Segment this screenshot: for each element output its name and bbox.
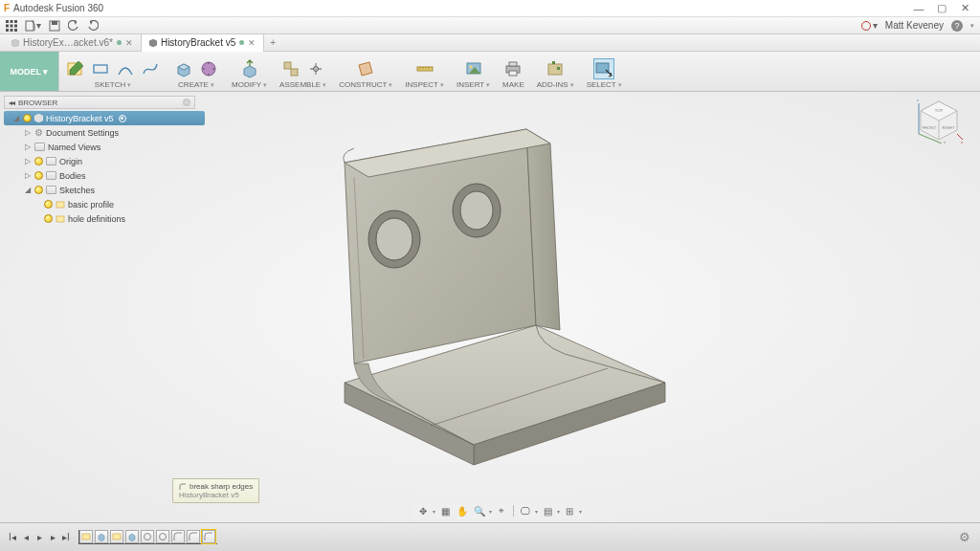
addins-icon[interactable] [545, 58, 566, 79]
timeline-step[interactable] [79, 530, 93, 543]
zoom-icon[interactable]: 🔍 [472, 504, 487, 518]
browser-radio-icon[interactable] [183, 99, 190, 106]
workspace-model-button[interactable]: MODEL ▾ [0, 52, 59, 91]
tree-item-bodies[interactable]: ▷ Bodies [4, 168, 205, 183]
joint-icon[interactable] [305, 58, 326, 79]
ribbon: MODEL ▾ SKETCH CREATE MODIFY ASSEMBLE [0, 52, 980, 92]
timeline-step[interactable] [187, 530, 200, 543]
rectangle-icon[interactable] [90, 58, 111, 79]
tree-label: Bodies [59, 171, 86, 181]
tree-root[interactable]: ◢ HistoryBracket v5 [4, 111, 205, 125]
press-pull-icon[interactable] [239, 58, 260, 79]
bulb-icon[interactable] [34, 157, 43, 165]
settings-icon[interactable]: ⚙ [959, 530, 970, 544]
group-label[interactable]: MAKE [502, 79, 524, 91]
print-icon[interactable] [502, 58, 523, 79]
tree-item-doc-settings[interactable]: ▷ ⚙ Document Settings [4, 125, 205, 140]
browser-header[interactable]: ◂◂ BROWSER [4, 96, 195, 109]
save-icon[interactable] [49, 20, 60, 32]
close-icon[interactable]: ✕ [125, 38, 133, 48]
tab-history-ex[interactable]: HistoryEx…acket.v6* ✕ [4, 34, 142, 52]
timeline-step[interactable] [141, 530, 154, 543]
record-icon[interactable]: ▾ [861, 20, 878, 31]
timeline-step[interactable] [95, 530, 108, 543]
fit-icon[interactable]: ⌖ [494, 504, 509, 518]
fillet-icon [179, 483, 187, 491]
minimize-button[interactable]: — [907, 3, 930, 14]
apps-icon[interactable] [6, 20, 17, 32]
bulb-icon[interactable] [44, 200, 53, 209]
group-label[interactable]: INSERT [457, 79, 490, 91]
redo-icon[interactable] [87, 20, 99, 32]
group-label[interactable]: INSPECT [405, 79, 444, 91]
maximize-button[interactable]: ▢ [930, 2, 953, 14]
timeline-end-button[interactable]: ▸I [59, 532, 73, 542]
tree-item-basic-profile[interactable]: basic profile [4, 197, 205, 211]
spline-icon[interactable] [140, 58, 161, 79]
plane-icon[interactable] [355, 58, 376, 79]
timeline-fwd-button[interactable]: ▸ [46, 532, 59, 542]
look-icon[interactable]: ▦ [437, 504, 453, 518]
group-label[interactable]: CREATE [178, 79, 214, 91]
tree-item-origin[interactable]: ▷ Origin [4, 154, 205, 168]
new-sketch-icon[interactable] [65, 58, 86, 79]
viewports-icon[interactable]: ⊞ [562, 504, 577, 518]
pan-icon[interactable]: ✋ [455, 504, 470, 518]
radio-icon[interactable] [119, 115, 126, 122]
expand-icon[interactable]: ▷ [25, 171, 32, 180]
bulb-icon[interactable] [34, 171, 43, 180]
tab-history-bracket[interactable]: HistoryBracket v5 ✕ [142, 34, 264, 52]
bulb-icon[interactable] [23, 114, 32, 122]
select-icon[interactable] [593, 58, 614, 79]
file-icon[interactable]: ▾ [25, 20, 41, 32]
display-icon[interactable]: 🖵 [518, 504, 533, 518]
expand-icon[interactable]: ▷ [25, 128, 32, 137]
arc-icon[interactable] [115, 58, 136, 79]
timeline-step[interactable] [171, 530, 185, 543]
close-button[interactable]: ✕ [953, 2, 976, 14]
extrude-icon[interactable] [173, 58, 194, 79]
user-name[interactable]: Matt Keveney [885, 20, 944, 31]
app-title: Autodesk Fusion 360 [13, 3, 103, 13]
tree-item-hole-definitions[interactable]: hole definitions [4, 211, 205, 226]
expand-icon[interactable]: ▷ [25, 157, 32, 165]
new-tab-button[interactable]: + [270, 37, 276, 48]
group-label[interactable]: ASSEMBLE [279, 79, 326, 91]
svg-rect-72 [113, 534, 121, 540]
timeline-back-button[interactable]: ◂ [19, 532, 33, 542]
pattern-icon[interactable] [198, 58, 219, 79]
undo-icon[interactable] [68, 20, 79, 32]
grid-icon[interactable]: ▤ [540, 504, 555, 518]
svg-point-34 [469, 66, 472, 69]
timeline-step-current[interactable] [202, 530, 215, 543]
bulb-icon[interactable] [34, 186, 43, 194]
tree-item-sketches[interactable]: ◢ Sketches [4, 183, 205, 197]
timeline-step[interactable] [110, 530, 123, 543]
timeline-play-button[interactable]: ▸ [33, 532, 46, 542]
group-label[interactable]: MODIFY [232, 79, 267, 91]
svg-point-22 [203, 68, 205, 70]
group-label[interactable]: SKETCH [95, 79, 131, 91]
expand-icon[interactable]: ▷ [25, 143, 32, 151]
tooltip-sub: HistoryBracket v5 [179, 491, 253, 499]
help-icon[interactable]: ? [951, 20, 963, 32]
timeline-start-button[interactable]: I◂ [6, 532, 19, 542]
timeline-step[interactable] [125, 530, 139, 543]
group-label[interactable]: ADD-INS [537, 79, 574, 91]
expand-icon[interactable]: ◢ [13, 114, 20, 122]
component-icon[interactable] [280, 58, 301, 79]
expand-icon[interactable]: ◢ [25, 186, 32, 194]
bulb-icon[interactable] [44, 214, 53, 223]
view-cube[interactable]: TOP FRONT RIGHT z y x [915, 96, 963, 143]
decal-icon[interactable] [463, 58, 484, 79]
group-label[interactable]: SELECT [587, 79, 622, 91]
tree-item-named-views[interactable]: ▷ Named Views [4, 140, 205, 154]
timeline-step[interactable] [156, 530, 169, 543]
close-icon[interactable]: ✕ [248, 38, 256, 48]
model-geometry[interactable] [287, 105, 689, 488]
measure-icon[interactable] [414, 58, 435, 79]
orbit-icon[interactable]: ✥ [415, 504, 431, 518]
collapse-icon[interactable]: ◂◂ [9, 99, 14, 107]
group-label[interactable]: CONSTRUCT [339, 79, 392, 91]
group-insert: INSERT [451, 52, 497, 91]
